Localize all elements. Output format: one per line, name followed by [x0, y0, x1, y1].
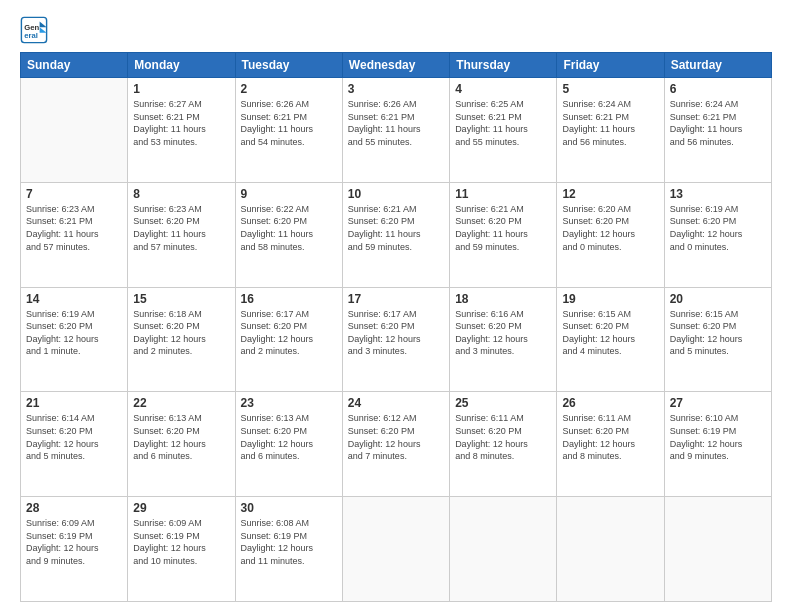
svg-text:eral: eral: [24, 31, 38, 40]
calendar-day-header: Wednesday: [342, 53, 449, 78]
day-number: 26: [562, 396, 658, 410]
day-number: 10: [348, 187, 444, 201]
calendar-cell: [21, 78, 128, 183]
calendar-week-row: 21Sunrise: 6:14 AM Sunset: 6:20 PM Dayli…: [21, 392, 772, 497]
calendar-header-row: SundayMondayTuesdayWednesdayThursdayFrid…: [21, 53, 772, 78]
day-number: 8: [133, 187, 229, 201]
calendar-cell: 3Sunrise: 6:26 AM Sunset: 6:21 PM Daylig…: [342, 78, 449, 183]
day-number: 9: [241, 187, 337, 201]
day-number: 22: [133, 396, 229, 410]
page-container: Gen eral SundayMondayTuesdayWednesdayThu…: [0, 0, 792, 612]
calendar-cell: 13Sunrise: 6:19 AM Sunset: 6:20 PM Dayli…: [664, 182, 771, 287]
calendar-cell: 6Sunrise: 6:24 AM Sunset: 6:21 PM Daylig…: [664, 78, 771, 183]
calendar-cell: [557, 497, 664, 602]
day-info: Sunrise: 6:15 AM Sunset: 6:20 PM Dayligh…: [562, 308, 658, 358]
calendar-table: SundayMondayTuesdayWednesdayThursdayFrid…: [20, 52, 772, 602]
calendar-cell: 25Sunrise: 6:11 AM Sunset: 6:20 PM Dayli…: [450, 392, 557, 497]
day-number: 3: [348, 82, 444, 96]
day-info: Sunrise: 6:16 AM Sunset: 6:20 PM Dayligh…: [455, 308, 551, 358]
day-number: 6: [670, 82, 766, 96]
calendar-cell: 30Sunrise: 6:08 AM Sunset: 6:19 PM Dayli…: [235, 497, 342, 602]
calendar-cell: 19Sunrise: 6:15 AM Sunset: 6:20 PM Dayli…: [557, 287, 664, 392]
calendar-cell: 4Sunrise: 6:25 AM Sunset: 6:21 PM Daylig…: [450, 78, 557, 183]
day-number: 25: [455, 396, 551, 410]
day-number: 12: [562, 187, 658, 201]
day-number: 1: [133, 82, 229, 96]
day-info: Sunrise: 6:14 AM Sunset: 6:20 PM Dayligh…: [26, 412, 122, 462]
day-info: Sunrise: 6:23 AM Sunset: 6:21 PM Dayligh…: [26, 203, 122, 253]
day-number: 21: [26, 396, 122, 410]
calendar-cell: 11Sunrise: 6:21 AM Sunset: 6:20 PM Dayli…: [450, 182, 557, 287]
calendar-cell: 21Sunrise: 6:14 AM Sunset: 6:20 PM Dayli…: [21, 392, 128, 497]
day-number: 2: [241, 82, 337, 96]
svg-marker-4: [40, 27, 47, 33]
day-number: 17: [348, 292, 444, 306]
day-info: Sunrise: 6:13 AM Sunset: 6:20 PM Dayligh…: [241, 412, 337, 462]
calendar-day-header: Monday: [128, 53, 235, 78]
day-info: Sunrise: 6:21 AM Sunset: 6:20 PM Dayligh…: [455, 203, 551, 253]
day-info: Sunrise: 6:22 AM Sunset: 6:20 PM Dayligh…: [241, 203, 337, 253]
calendar-week-row: 7Sunrise: 6:23 AM Sunset: 6:21 PM Daylig…: [21, 182, 772, 287]
calendar-cell: 28Sunrise: 6:09 AM Sunset: 6:19 PM Dayli…: [21, 497, 128, 602]
day-info: Sunrise: 6:27 AM Sunset: 6:21 PM Dayligh…: [133, 98, 229, 148]
day-info: Sunrise: 6:09 AM Sunset: 6:19 PM Dayligh…: [133, 517, 229, 567]
calendar-cell: 22Sunrise: 6:13 AM Sunset: 6:20 PM Dayli…: [128, 392, 235, 497]
day-number: 7: [26, 187, 122, 201]
day-info: Sunrise: 6:21 AM Sunset: 6:20 PM Dayligh…: [348, 203, 444, 253]
day-info: Sunrise: 6:17 AM Sunset: 6:20 PM Dayligh…: [348, 308, 444, 358]
calendar-cell: 1Sunrise: 6:27 AM Sunset: 6:21 PM Daylig…: [128, 78, 235, 183]
calendar-cell: 12Sunrise: 6:20 AM Sunset: 6:20 PM Dayli…: [557, 182, 664, 287]
calendar-week-row: 1Sunrise: 6:27 AM Sunset: 6:21 PM Daylig…: [21, 78, 772, 183]
calendar-cell: 18Sunrise: 6:16 AM Sunset: 6:20 PM Dayli…: [450, 287, 557, 392]
day-info: Sunrise: 6:11 AM Sunset: 6:20 PM Dayligh…: [455, 412, 551, 462]
calendar-cell: 17Sunrise: 6:17 AM Sunset: 6:20 PM Dayli…: [342, 287, 449, 392]
day-number: 4: [455, 82, 551, 96]
calendar-day-header: Sunday: [21, 53, 128, 78]
day-number: 20: [670, 292, 766, 306]
day-info: Sunrise: 6:18 AM Sunset: 6:20 PM Dayligh…: [133, 308, 229, 358]
calendar-cell: [450, 497, 557, 602]
calendar-cell: 27Sunrise: 6:10 AM Sunset: 6:19 PM Dayli…: [664, 392, 771, 497]
calendar-cell: [664, 497, 771, 602]
logo-icon: Gen eral: [20, 16, 48, 44]
day-info: Sunrise: 6:11 AM Sunset: 6:20 PM Dayligh…: [562, 412, 658, 462]
calendar-cell: 14Sunrise: 6:19 AM Sunset: 6:20 PM Dayli…: [21, 287, 128, 392]
calendar-week-row: 28Sunrise: 6:09 AM Sunset: 6:19 PM Dayli…: [21, 497, 772, 602]
calendar-day-header: Thursday: [450, 53, 557, 78]
calendar-cell: [342, 497, 449, 602]
day-number: 5: [562, 82, 658, 96]
calendar-cell: 24Sunrise: 6:12 AM Sunset: 6:20 PM Dayli…: [342, 392, 449, 497]
day-number: 18: [455, 292, 551, 306]
day-number: 30: [241, 501, 337, 515]
calendar-day-header: Tuesday: [235, 53, 342, 78]
day-info: Sunrise: 6:17 AM Sunset: 6:20 PM Dayligh…: [241, 308, 337, 358]
svg-marker-3: [40, 22, 47, 28]
day-info: Sunrise: 6:08 AM Sunset: 6:19 PM Dayligh…: [241, 517, 337, 567]
calendar-cell: 9Sunrise: 6:22 AM Sunset: 6:20 PM Daylig…: [235, 182, 342, 287]
calendar-cell: 5Sunrise: 6:24 AM Sunset: 6:21 PM Daylig…: [557, 78, 664, 183]
day-info: Sunrise: 6:13 AM Sunset: 6:20 PM Dayligh…: [133, 412, 229, 462]
day-number: 23: [241, 396, 337, 410]
calendar-week-row: 14Sunrise: 6:19 AM Sunset: 6:20 PM Dayli…: [21, 287, 772, 392]
day-info: Sunrise: 6:25 AM Sunset: 6:21 PM Dayligh…: [455, 98, 551, 148]
day-info: Sunrise: 6:09 AM Sunset: 6:19 PM Dayligh…: [26, 517, 122, 567]
day-number: 15: [133, 292, 229, 306]
day-info: Sunrise: 6:19 AM Sunset: 6:20 PM Dayligh…: [670, 203, 766, 253]
day-info: Sunrise: 6:26 AM Sunset: 6:21 PM Dayligh…: [241, 98, 337, 148]
day-info: Sunrise: 6:24 AM Sunset: 6:21 PM Dayligh…: [562, 98, 658, 148]
day-number: 13: [670, 187, 766, 201]
calendar-cell: 23Sunrise: 6:13 AM Sunset: 6:20 PM Dayli…: [235, 392, 342, 497]
day-number: 24: [348, 396, 444, 410]
day-info: Sunrise: 6:20 AM Sunset: 6:20 PM Dayligh…: [562, 203, 658, 253]
day-info: Sunrise: 6:10 AM Sunset: 6:19 PM Dayligh…: [670, 412, 766, 462]
calendar-cell: 8Sunrise: 6:23 AM Sunset: 6:20 PM Daylig…: [128, 182, 235, 287]
day-number: 28: [26, 501, 122, 515]
calendar-cell: 2Sunrise: 6:26 AM Sunset: 6:21 PM Daylig…: [235, 78, 342, 183]
day-number: 16: [241, 292, 337, 306]
day-info: Sunrise: 6:12 AM Sunset: 6:20 PM Dayligh…: [348, 412, 444, 462]
day-number: 27: [670, 396, 766, 410]
calendar-cell: 10Sunrise: 6:21 AM Sunset: 6:20 PM Dayli…: [342, 182, 449, 287]
day-info: Sunrise: 6:19 AM Sunset: 6:20 PM Dayligh…: [26, 308, 122, 358]
day-info: Sunrise: 6:26 AM Sunset: 6:21 PM Dayligh…: [348, 98, 444, 148]
day-info: Sunrise: 6:24 AM Sunset: 6:21 PM Dayligh…: [670, 98, 766, 148]
